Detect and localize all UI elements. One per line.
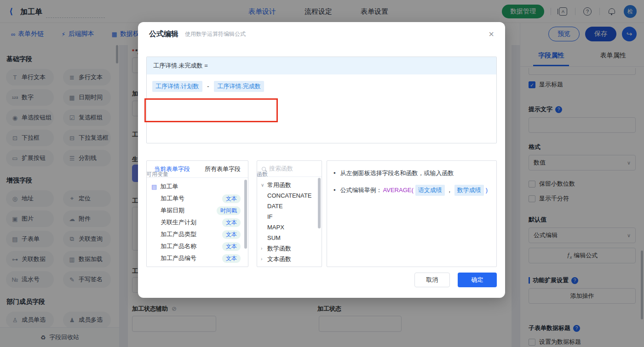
variables-tabs: 当前表单字段 所有表单字段 bbox=[147, 161, 248, 178]
variables-root-item[interactable]: ▤ 加工单 bbox=[147, 181, 248, 193]
confirm-button[interactable]: 确定 bbox=[458, 273, 497, 287]
function-group-math[interactable]: › 数学函数 bbox=[257, 243, 322, 254]
function-item[interactable]: DATE bbox=[257, 201, 322, 211]
example-close-paren: ) bbox=[486, 185, 488, 195]
functions-panel: 搜索函数 ∨ 常用函数 CONCATENATE DATE IF MAPX SUM… bbox=[257, 160, 322, 267]
close-icon[interactable]: × bbox=[489, 29, 494, 39]
tab-current-form-fields[interactable]: 当前表单字段 bbox=[147, 161, 197, 177]
hint-panel: • 从左侧面板选择字段名和函数，或输入函数 • 公式编辑举例： AVERAGE(… bbox=[327, 160, 497, 267]
document-icon: ▤ bbox=[151, 183, 157, 190]
formula-target: 工序详情.未完成数 = bbox=[147, 57, 496, 74]
variable-item[interactable]: 关联生产计划 文本 bbox=[147, 216, 248, 228]
formula-operator: - bbox=[207, 83, 209, 90]
formula-expression-area[interactable]: 工序详情.计划数 - 工序详情.完成数 bbox=[147, 74, 496, 98]
variables-scrollbar[interactable] bbox=[244, 180, 247, 249]
bullet-icon: • bbox=[334, 185, 336, 195]
variables-panel: 当前表单字段 所有表单字段 ▤ 加工单 加工单号 文本 单据日期 时 bbox=[146, 160, 248, 267]
example-function-name: AVERAGE( bbox=[383, 185, 414, 195]
function-search-input[interactable]: 搜索函数 bbox=[257, 161, 322, 177]
variable-item[interactable]: 加工产品名称 文本 bbox=[147, 240, 248, 252]
bullet-icon: • bbox=[334, 168, 336, 178]
type-badge: 文本 bbox=[222, 230, 241, 239]
variables-list: ▤ 加工单 加工单号 文本 单据日期 时间戳 关联生产计划 文本 bbox=[147, 178, 248, 264]
function-group-text[interactable]: › 文本函数 bbox=[257, 254, 322, 264]
tab-all-form-fields[interactable]: 所有表单字段 bbox=[197, 161, 248, 177]
formula-token-planned[interactable]: 工序详情.计划数 bbox=[152, 81, 202, 92]
search-icon bbox=[262, 167, 266, 171]
example-field-chip: 语文成绩 bbox=[415, 185, 445, 196]
function-group-common[interactable]: ∨ 常用函数 bbox=[257, 180, 322, 190]
function-item[interactable]: SUM bbox=[257, 233, 322, 243]
type-badge: 时间戳 bbox=[217, 206, 241, 215]
type-badge: 文本 bbox=[222, 254, 241, 263]
type-badge: 文本 bbox=[222, 194, 241, 203]
modal-title: 公式编辑 bbox=[149, 29, 178, 39]
example-field-chip: 数学成绩 bbox=[454, 185, 484, 196]
hint-line-1: • 从左侧面板选择字段名和函数，或输入函数 bbox=[334, 168, 490, 178]
caret-down-icon: ∨ bbox=[261, 182, 264, 188]
functions-scrollbar[interactable] bbox=[318, 178, 321, 228]
variable-item[interactable]: 加工产品类型 文本 bbox=[147, 228, 248, 240]
formula-edit-modal: 公式编辑 使用数学运算符编辑公式 × 工序详情.未完成数 = 工序详情.计划数 … bbox=[138, 22, 505, 298]
type-badge: 文本 bbox=[222, 242, 241, 251]
cancel-button[interactable]: 取消 bbox=[414, 273, 450, 287]
variable-item[interactable]: 加工单号 文本 bbox=[147, 193, 248, 205]
modal-footer: 取消 确定 bbox=[414, 273, 497, 287]
search-placeholder: 搜索函数 bbox=[269, 165, 293, 173]
modal-body: 工序详情.未完成数 = 工序详情.计划数 - 工序详情.完成数 可用变量 函数 … bbox=[138, 46, 505, 298]
type-badge: 文本 bbox=[222, 218, 241, 227]
formula-token-completed[interactable]: 工序详情.完成数 bbox=[214, 81, 264, 92]
modal-header: 公式编辑 使用数学运算符编辑公式 × bbox=[138, 22, 505, 46]
function-item[interactable]: CONCATENATE bbox=[257, 190, 322, 201]
formula-editor-box: 工序详情.未完成数 = 工序详情.计划数 - 工序详情.完成数 bbox=[146, 57, 497, 143]
caret-right-icon: › bbox=[261, 256, 264, 262]
function-tree: ∨ 常用函数 CONCATENATE DATE IF MAPX SUM › 数学… bbox=[257, 177, 322, 264]
app-root: ⟨ 加工单 表单设计 流程设定 表单设置 数据管理 A ? 检 ∞ 表单外链 ⚡… bbox=[0, 0, 644, 347]
function-item[interactable]: IF bbox=[257, 211, 322, 222]
caret-right-icon: › bbox=[261, 246, 264, 251]
modal-subtitle: 使用数学运算符编辑公式 bbox=[185, 30, 246, 38]
variable-item[interactable]: 单据日期 时间戳 bbox=[147, 205, 248, 216]
function-item[interactable]: MAPX bbox=[257, 222, 322, 233]
hint-line-2: • 公式编辑举例： AVERAGE( 语文成绩 ， 数学成绩 ) bbox=[334, 185, 490, 196]
variable-item[interactable]: 加工产品编号 文本 bbox=[147, 252, 248, 264]
